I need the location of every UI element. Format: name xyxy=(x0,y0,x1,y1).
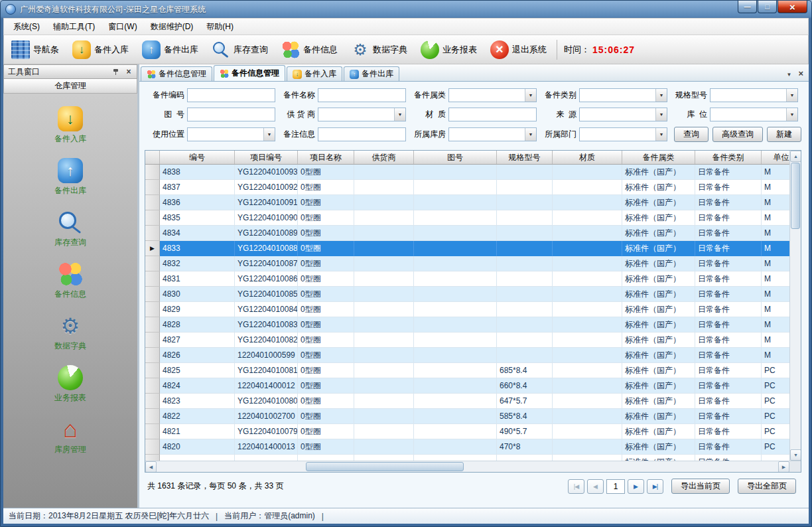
search-select[interactable] xyxy=(579,88,667,102)
sidebar-item[interactable]: 数据字典 xyxy=(10,311,131,354)
column-header[interactable]: 编号 xyxy=(160,151,235,164)
vertical-scroll-thumb[interactable] xyxy=(791,163,800,229)
vertical-scroll-track[interactable] xyxy=(790,162,801,449)
sidebar-item[interactable]: 库存查询 xyxy=(10,208,131,250)
search-input[interactable] xyxy=(318,127,406,141)
new-button[interactable]: 新建 xyxy=(767,127,801,142)
table-row[interactable]: 4829YG122040100840型圈标准件（国产）日常备件M xyxy=(145,302,789,317)
toolbar-button[interactable]: 备件信息 xyxy=(278,39,341,60)
sidebar-item[interactable]: 备件出库 xyxy=(10,156,131,198)
horizontal-scroll-track[interactable] xyxy=(157,461,778,472)
table-row[interactable]: 4827YG122040100820型圈标准件（国产）日常备件M xyxy=(145,333,789,348)
tool-window-close-icon[interactable] xyxy=(125,68,133,76)
close-button[interactable] xyxy=(778,1,807,13)
search-select[interactable] xyxy=(448,127,537,141)
table-row[interactable]: 4821YG122040100790型圈490*5.7标准件（国产）日常备件PC xyxy=(145,424,789,439)
tab[interactable]: 备件出库 xyxy=(344,66,399,81)
search-select[interactable] xyxy=(710,108,798,121)
minimize-button[interactable] xyxy=(738,1,757,13)
menu-item[interactable]: 窗口(W) xyxy=(102,19,143,35)
tab[interactable]: 备件信息管理 xyxy=(141,66,212,81)
sidebar-item[interactable]: 业务报表 xyxy=(10,363,131,406)
table-row[interactable]: 482612204010005990型圈标准件（国产）日常备件M xyxy=(145,348,789,363)
warehouse-group-header[interactable]: 仓库管理 xyxy=(3,79,137,94)
column-header[interactable]: 材质 xyxy=(553,151,622,164)
column-header[interactable]: 供货商 xyxy=(354,151,414,164)
table-row[interactable]: 4823YG122040100800型圈647*5.7标准件（国产）日常备件PC xyxy=(145,394,789,409)
toolbar-button[interactable]: 业务报表 xyxy=(417,39,480,60)
dropdown-arrow-icon[interactable] xyxy=(655,128,667,141)
next-page-button[interactable] xyxy=(628,479,644,494)
horizontal-scrollbar[interactable] xyxy=(145,461,789,472)
table-row[interactable]: 4825YG122040100810型圈685*8.4标准件（国产）日常备件PC xyxy=(145,363,789,378)
table-row[interactable]: ▶4833YG122040100880型圈标准件（国产）日常备件M xyxy=(145,241,789,256)
tab[interactable]: 备件入库 xyxy=(287,66,342,81)
scroll-up-icon[interactable] xyxy=(790,151,801,162)
table-row[interactable]: 4834YG122040100890型圈标准件（国产）日常备件M xyxy=(145,226,789,241)
table-row[interactable]: 4832YG122040100870型圈标准件（国产）日常备件M xyxy=(145,256,789,271)
table-row[interactable]: 482212204010027000型圈585*8.4标准件（国产）日常备件PC xyxy=(145,409,789,424)
title-bar[interactable]: 广州爱奇迪软件科技有限公司-深田之星仓库管理系统 xyxy=(3,1,809,18)
column-header[interactable]: 图号 xyxy=(414,151,497,164)
export-current-page-button[interactable]: 导出当前页 xyxy=(671,479,730,494)
search-select[interactable] xyxy=(710,88,798,102)
table-row[interactable]: 4835YG122040100900型圈标准件（国产）日常备件M xyxy=(145,210,789,226)
query-button[interactable]: 查询 xyxy=(674,127,709,142)
menu-item[interactable]: 系统(S) xyxy=(7,19,46,35)
tool-window-titlebar[interactable]: 工具窗口 xyxy=(3,64,137,79)
table-row[interactable]: 4838YG122040100930型圈标准件（国产）日常备件M xyxy=(145,165,789,180)
table-row[interactable]: 4830YG122040100850型圈标准件（国产）日常备件M xyxy=(145,287,789,302)
tab-list-chevron-icon[interactable] xyxy=(786,69,791,78)
scroll-left-icon[interactable] xyxy=(145,461,157,473)
advanced-query-button[interactable]: 高级查询 xyxy=(712,127,763,142)
toolbar-button[interactable]: 退出系统 xyxy=(487,39,550,60)
column-header[interactable]: 单位 xyxy=(762,151,789,164)
table-row[interactable]: 482012204014000130型圈470*8标准件（国产）日常备件PC xyxy=(145,439,789,455)
table-row[interactable]: 482412204014000120型圈660*8.4标准件（国产）日常备件PC xyxy=(145,378,789,394)
search-select[interactable] xyxy=(579,108,667,121)
dropdown-arrow-icon[interactable] xyxy=(655,108,667,121)
table-row[interactable]: 4828YG122040100830型圈标准件（国产）日常备件M xyxy=(145,317,789,333)
search-input[interactable] xyxy=(448,108,537,121)
sidebar-item[interactable]: 备件入库 xyxy=(10,104,131,147)
column-header[interactable]: 规格型号 xyxy=(497,151,553,164)
tab[interactable]: 备件信息管理 xyxy=(214,65,285,81)
toolbar-button[interactable]: 导航条 xyxy=(8,39,62,60)
page-number-input[interactable] xyxy=(606,479,625,494)
sidebar-item[interactable]: 库房管理 xyxy=(10,415,131,457)
search-input[interactable] xyxy=(187,88,275,102)
toolbar-button[interactable]: 备件出库 xyxy=(139,39,202,60)
horizontal-scroll-thumb[interactable] xyxy=(306,462,464,471)
maximize-button[interactable] xyxy=(758,1,777,13)
toolbar-button[interactable]: 数据字典 xyxy=(348,39,411,60)
column-header[interactable]: 项目编号 xyxy=(235,151,298,164)
pin-icon[interactable] xyxy=(112,68,119,76)
tab-close-icon[interactable] xyxy=(798,68,803,78)
dropdown-arrow-icon[interactable] xyxy=(525,128,536,141)
search-select[interactable] xyxy=(579,127,667,141)
column-header[interactable]: 备件属类 xyxy=(622,151,695,164)
search-select[interactable] xyxy=(318,108,406,121)
search-input[interactable] xyxy=(318,88,406,102)
dropdown-arrow-icon[interactable] xyxy=(263,128,275,141)
toolbar-button[interactable]: 库存查询 xyxy=(208,39,271,60)
menu-item[interactable]: 帮助(H) xyxy=(200,19,240,35)
toolbar-button[interactable]: 备件入库 xyxy=(69,39,132,60)
prev-page-button[interactable] xyxy=(587,479,604,494)
dropdown-arrow-icon[interactable] xyxy=(525,89,536,102)
export-all-pages-button[interactable]: 导出全部页 xyxy=(738,479,796,494)
table-row[interactable]: 4831YG122040100860型圈标准件（国产）日常备件M xyxy=(145,271,789,287)
sidebar-item[interactable]: 备件信息 xyxy=(10,260,131,302)
vertical-scrollbar[interactable] xyxy=(789,151,801,461)
menu-item[interactable]: 数据维护(D) xyxy=(144,19,200,35)
search-input[interactable] xyxy=(187,108,275,121)
column-header[interactable]: 项目名称 xyxy=(298,151,354,164)
table-row[interactable]: 4836YG122040100910型圈标准件（国产）日常备件M xyxy=(145,195,789,210)
column-header[interactable]: 备件类别 xyxy=(695,151,762,164)
scroll-right-icon[interactable] xyxy=(778,461,789,473)
dropdown-arrow-icon[interactable] xyxy=(394,108,405,121)
scroll-down-icon[interactable] xyxy=(790,449,801,461)
dropdown-arrow-icon[interactable] xyxy=(786,89,797,102)
dropdown-arrow-icon[interactable] xyxy=(786,108,797,121)
table-row[interactable]: 4837YG122040100920型圈标准件（国产）日常备件M xyxy=(145,180,789,195)
